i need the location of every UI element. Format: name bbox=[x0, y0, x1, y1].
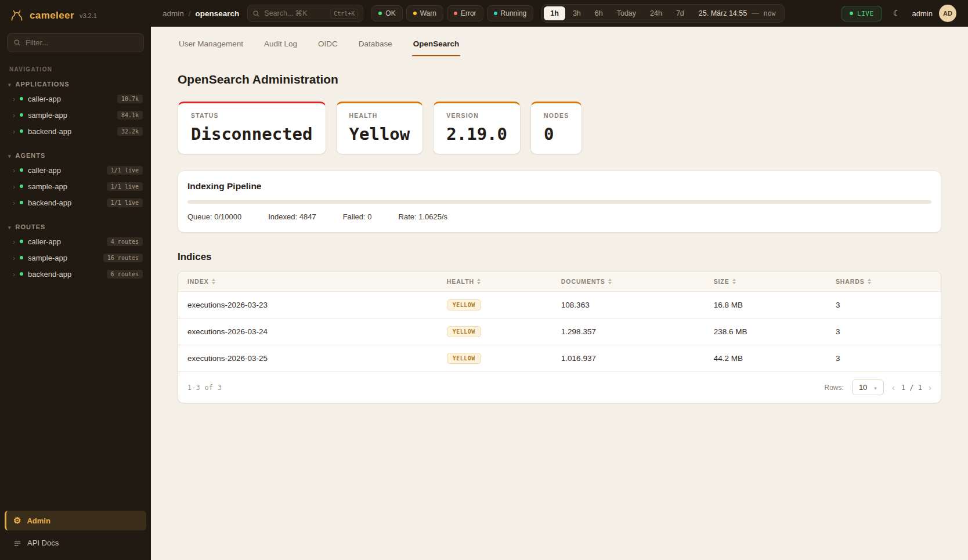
sidebar-item-agents-caller-app[interactable]: caller-app 1/1 live bbox=[0, 162, 151, 178]
tab-audit-log[interactable]: Audit Log bbox=[263, 36, 298, 56]
api-docs-label: API Docs bbox=[27, 539, 59, 547]
row-range-text: 1-3 of 3 bbox=[187, 384, 222, 392]
sidebar-item-admin[interactable]: Admin bbox=[5, 511, 146, 530]
time-range-display: 25. März 14:55 — now bbox=[699, 9, 776, 17]
warn-dot-icon bbox=[413, 12, 417, 15]
header-right-group: LIVE admin AD bbox=[841, 5, 956, 22]
table-footer: 1-3 of 3 Rows: 10 ‹ 1 / 1 › bbox=[178, 372, 941, 403]
status-dot-icon bbox=[20, 113, 23, 117]
status-filter-warn[interactable]: Warn bbox=[406, 5, 443, 21]
status-filter-running[interactable]: Running bbox=[487, 5, 534, 21]
column-header-size[interactable]: SIZE bbox=[705, 272, 826, 292]
top-bar: admin / opensearch Ctrl+K OK Warn bbox=[151, 0, 968, 27]
column-header-health[interactable]: HEALTH bbox=[438, 272, 552, 292]
logo-version: v3.2.1 bbox=[80, 12, 97, 19]
breadcrumb-parent[interactable]: admin bbox=[162, 9, 184, 18]
cell-shards: 3 bbox=[826, 345, 941, 372]
cell-index: executions-2026-03-24 bbox=[178, 319, 438, 345]
sidebar: cameleer v3.2.1 NAVIGATION APPLICATIONS … bbox=[0, 0, 151, 560]
item-label: caller-app bbox=[28, 95, 113, 103]
table-row[interactable]: executions-2026-03-23 YELLOW 108.363 16.… bbox=[178, 292, 941, 319]
tab-oidc[interactable]: OIDC bbox=[317, 36, 339, 56]
pipeline-progress-bar bbox=[187, 200, 931, 204]
pipeline-indexed: Indexed: 4847 bbox=[268, 212, 316, 221]
chevron-right-icon bbox=[13, 269, 15, 279]
time-range-6h[interactable]: 6h bbox=[588, 6, 609, 20]
sidebar-item-agents-sample-app[interactable]: sample-app 1/1 live bbox=[0, 178, 151, 194]
sidebar-item-routes-sample-app[interactable]: sample-app 16 routes bbox=[0, 250, 151, 266]
search-icon bbox=[252, 10, 260, 17]
avatar[interactable]: AD bbox=[939, 5, 956, 22]
table-header-row: INDEX HEALTH DOCUMENTS SIZE SHARDS bbox=[178, 272, 941, 292]
filter-input[interactable] bbox=[26, 38, 138, 47]
cell-health: YELLOW bbox=[438, 319, 552, 345]
item-label: sample-app bbox=[28, 111, 113, 120]
tab-opensearch[interactable]: OpenSearch bbox=[412, 36, 461, 56]
status-dot-icon bbox=[20, 201, 23, 204]
chip-label: Running bbox=[501, 9, 527, 17]
caret-down-icon bbox=[8, 223, 12, 230]
rows-per-page-value: 10 bbox=[859, 383, 867, 392]
status-filter-error[interactable]: Error bbox=[447, 5, 483, 21]
time-range-1h[interactable]: 1h bbox=[544, 6, 565, 20]
sidebar-item-api-docs[interactable]: API Docs bbox=[5, 534, 146, 552]
live-badge[interactable]: LIVE bbox=[841, 6, 882, 21]
sidebar-item-applications-backend-app[interactable]: backend-app 32.2k bbox=[0, 123, 151, 139]
sidebar-section-applications[interactable]: APPLICATIONS bbox=[0, 74, 151, 91]
date-dash: — bbox=[752, 9, 759, 17]
breadcrumb: admin / opensearch bbox=[162, 9, 239, 18]
sidebar-item-applications-caller-app[interactable]: caller-app 10.7k bbox=[0, 91, 151, 107]
column-header-shards[interactable]: SHARDS bbox=[826, 272, 941, 292]
chip-label: OK bbox=[385, 9, 395, 17]
table-row[interactable]: executions-2026-03-25 YELLOW 1.016.937 4… bbox=[178, 345, 941, 372]
table-footer-right: Rows: 10 ‹ 1 / 1 › bbox=[825, 380, 931, 395]
item-label: backend-app bbox=[28, 270, 102, 279]
date-now: now bbox=[764, 9, 776, 17]
rows-per-page-select[interactable]: 10 bbox=[852, 380, 884, 395]
stat-label: STATUS bbox=[191, 112, 313, 119]
stat-value: Yellow bbox=[349, 124, 410, 144]
cell-index: executions-2026-03-23 bbox=[178, 292, 438, 319]
main-content: User Management Audit Log OIDC Database … bbox=[151, 27, 968, 560]
chevron-right-icon bbox=[13, 252, 15, 263]
tab-database[interactable]: Database bbox=[357, 36, 393, 56]
pipeline-failed: Failed: 0 bbox=[343, 212, 372, 221]
sort-icon bbox=[212, 279, 215, 284]
search-input[interactable] bbox=[264, 9, 326, 17]
caret-down-icon bbox=[874, 383, 877, 392]
sidebar-item-routes-backend-app[interactable]: backend-app 6 routes bbox=[0, 266, 151, 282]
time-range-24h[interactable]: 24h bbox=[644, 6, 669, 20]
ok-dot-icon bbox=[378, 12, 382, 15]
sidebar-section-agents[interactable]: AGENTS bbox=[0, 145, 151, 162]
chip-label: Error bbox=[461, 9, 476, 17]
live-label: LIVE bbox=[857, 10, 874, 17]
time-range-today[interactable]: Today bbox=[611, 6, 642, 20]
time-range-group: 1h 3h 6h Today 24h 7d 25. März 14:55 — n… bbox=[541, 4, 785, 23]
indices-title: Indices bbox=[178, 251, 941, 263]
tab-user-management[interactable]: User Management bbox=[178, 36, 244, 56]
dark-mode-toggle[interactable] bbox=[888, 5, 906, 22]
sidebar-item-applications-sample-app[interactable]: sample-app 84.1k bbox=[0, 107, 151, 123]
cell-shards: 3 bbox=[826, 292, 941, 319]
status-filter-ok[interactable]: OK bbox=[371, 5, 402, 21]
column-header-documents[interactable]: DOCUMENTS bbox=[552, 272, 705, 292]
pagination: ‹ 1 / 1 › bbox=[892, 383, 931, 392]
table-row[interactable]: executions-2026-03-24 YELLOW 1.298.357 2… bbox=[178, 319, 941, 345]
prev-page-button[interactable]: ‹ bbox=[892, 383, 895, 392]
next-page-button[interactable]: › bbox=[929, 383, 931, 392]
running-dot-icon bbox=[494, 12, 497, 15]
column-header-index[interactable]: INDEX bbox=[178, 272, 438, 292]
time-range-3h[interactable]: 3h bbox=[566, 6, 587, 20]
sidebar-item-agents-backend-app[interactable]: backend-app 1/1 live bbox=[0, 194, 151, 211]
stat-value: 0 bbox=[544, 124, 569, 144]
pipeline-rate: Rate: 1.0625/s bbox=[399, 212, 448, 221]
section-label: AGENTS bbox=[16, 152, 46, 159]
sidebar-item-routes-caller-app[interactable]: caller-app 4 routes bbox=[0, 233, 151, 250]
user-name: admin bbox=[912, 9, 933, 18]
sidebar-section-routes[interactable]: ROUTES bbox=[0, 216, 151, 233]
date-text: 25. März 14:55 bbox=[699, 9, 747, 17]
time-range-7d[interactable]: 7d bbox=[670, 6, 691, 20]
chevron-right-icon bbox=[13, 181, 15, 192]
nav-section-label: NAVIGATION bbox=[9, 66, 142, 73]
stat-card-health: HEALTH Yellow bbox=[336, 102, 424, 154]
